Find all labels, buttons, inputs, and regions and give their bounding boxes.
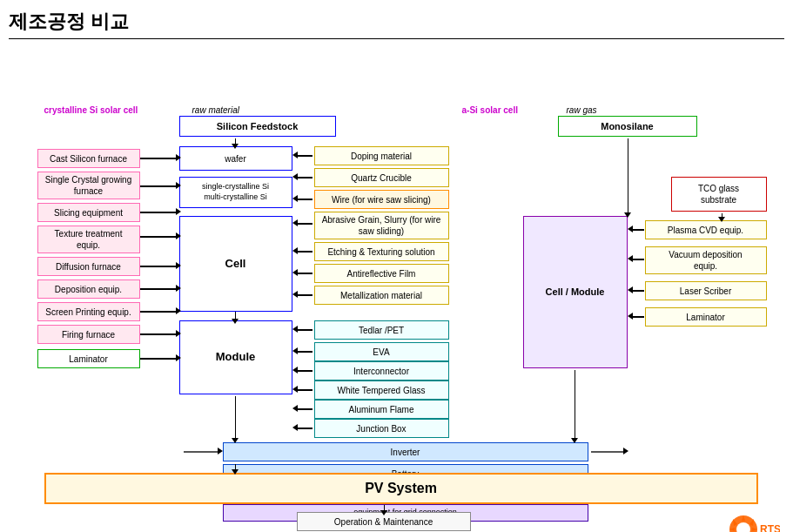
arrowhead-etching [292, 247, 298, 254]
arrowhead-laminator [176, 354, 181, 361]
arrowhead-tco [718, 217, 725, 222]
etching-box: Etching & Texturing solution [314, 242, 449, 261]
crystalline-label: crystalline Si solar cell [44, 105, 138, 115]
quartz-crucible-box: Quartz Crucible [314, 168, 449, 187]
arrowhead-cast-wafer [176, 154, 181, 161]
arrowhead-monosilane [624, 212, 631, 218]
arrow-sys1-right [591, 451, 626, 453]
arrowhead-tedlar [292, 326, 298, 333]
single-crystal-growing-box: Single Crystal growingfurnace [37, 172, 140, 199]
arrow-vacuum [632, 259, 644, 260]
arrow-anti [297, 273, 312, 274]
silicon-feedstock-box: Silicon Feedstock [179, 116, 336, 137]
arrow-sys1-left [184, 451, 220, 453]
arrowhead-eva [292, 347, 298, 354]
main-diagram: crystalline Si solar cell raw material a… [10, 46, 784, 532]
module-box: Module [179, 320, 292, 394]
arrow-lam-right [632, 316, 644, 318]
arrow-quartz [297, 177, 312, 178]
cell-module-box: Cell / Module [523, 216, 628, 368]
arrow-white [297, 389, 312, 391]
white-tempered-box: White Tempered Glass [314, 380, 449, 400]
wafer-box: wafer [179, 146, 292, 171]
arrow-plasma [632, 229, 644, 231]
arrowhead-anti [292, 269, 298, 276]
arrowhead-doping [292, 152, 298, 158]
raw-gas-label: raw gas [567, 105, 597, 115]
arrow-slicing [140, 212, 178, 213]
diffusion-furnace-box: Diffusion furnace [37, 257, 140, 276]
inverter-box: Inverter [223, 442, 588, 461]
single-crystalline-box: single-crystalline Simulti-crystalline S… [179, 177, 292, 208]
arrow-tedlar [297, 329, 312, 331]
arrowhead-cell-module [232, 319, 239, 324]
arrow-cast-wafer [140, 158, 178, 159]
metallization-box: Metallization material [314, 286, 449, 305]
arrow-single-crystal [140, 185, 178, 187]
arrowhead-slicing [176, 208, 181, 215]
arrow-texture [140, 236, 178, 238]
abrasive-grain-box: Abrasive Grain, Slurry (for wiresaw slid… [314, 212, 449, 239]
arrowhead-deposition [176, 285, 181, 292]
plasma-cvd-box: Plasma CVD equip. [645, 220, 767, 239]
arrowhead-sifeed [232, 144, 239, 149]
monosilane-box: Monosilane [558, 116, 697, 137]
arrow-cellmod-sys [575, 370, 576, 440]
aluminum-flame-box: Aluminum Flame [314, 400, 449, 419]
interconnector-box: Interconnector [314, 361, 449, 380]
eva-box: EVA [314, 342, 449, 361]
arrowhead-alum [292, 405, 298, 412]
arrowhead-screen [176, 307, 181, 314]
cell-box: Cell [179, 216, 292, 312]
wire-box: Wire (for wire saw slicing) [314, 190, 449, 209]
antireflective-box: Antireflective Film [314, 264, 449, 283]
page-title: 제조공정 비교 [9, 9, 784, 39]
arrowhead-cellmod-sys [571, 438, 578, 443]
junction-box-box: Junction Box [314, 419, 449, 438]
laminator-left-box: Laminator [37, 349, 140, 368]
arrow-junction [297, 428, 312, 429]
tedlar-box: Tedlar /PET [314, 320, 449, 340]
arrowhead-lam-right [628, 313, 633, 320]
arrowhead-firing [176, 330, 181, 337]
arrow-eva [297, 351, 312, 353]
asi-label: a-Si solar cell [462, 105, 518, 115]
firing-furnace-box: Firing furnace [37, 325, 140, 344]
arrow-inter [297, 370, 312, 372]
arrow-wire [297, 199, 312, 200]
arrow-deposition [140, 288, 178, 290]
slicing-equipment-box: Slicing equipment [37, 203, 140, 222]
arrowhead-sys1 [218, 448, 223, 455]
arrowhead-laser [628, 286, 633, 293]
arrow-firing [140, 333, 178, 335]
arrow-metal [297, 294, 312, 296]
arrowhead-plasma [628, 226, 633, 232]
raw-material-label: raw material [192, 105, 239, 115]
arrowhead-abrasive [292, 219, 298, 226]
arrowhead-quartz [292, 173, 298, 180]
rts-logo: RTS [719, 510, 780, 532]
arrow-doping [297, 155, 312, 157]
pv-system-box: PV System [44, 473, 758, 504]
arrowhead-wire [292, 195, 298, 202]
deposition-equip-box: Deposition equip. [37, 279, 140, 299]
arrow-laminator [140, 358, 178, 360]
arrow-alum [297, 408, 312, 410]
arrowhead-junction [292, 424, 298, 431]
arrowhead-pv-op [380, 510, 387, 515]
arrowhead-metal [292, 291, 298, 298]
arrow-mod-sys [235, 396, 237, 440]
arrowhead-diffusion [176, 262, 181, 269]
screen-printing-box: Screen Printing equip. [37, 302, 140, 321]
arrowhead-mod-sys [232, 438, 239, 443]
arrowhead-texture [176, 232, 181, 239]
arrow-abrasive [297, 223, 312, 225]
tco-glass-box: TCO glasssubstrate [671, 177, 767, 212]
arrowhead-white [292, 386, 298, 393]
arrow-screen [140, 311, 178, 313]
svg-text:RTS: RTS [760, 523, 780, 532]
arrow-etching [297, 251, 312, 253]
doping-material-box: Doping material [314, 146, 449, 165]
arrowhead-sys1-r [623, 448, 628, 455]
arrowhead-sys-pv [232, 469, 239, 475]
